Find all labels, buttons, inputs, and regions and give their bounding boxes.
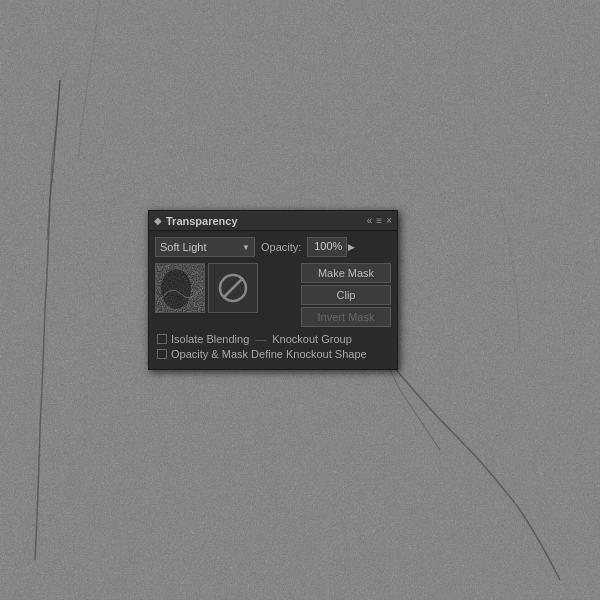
blend-opacity-row: Soft Light ▼ Opacity: 100% ▶ <box>155 237 391 257</box>
svg-point-5 <box>161 269 191 309</box>
opacity-increment-button[interactable]: ▶ <box>348 242 355 252</box>
mask-thumbnail[interactable] <box>208 263 258 313</box>
mask-buttons-container: Make Mask Clip Invert Mask <box>264 263 391 327</box>
panel-body: Soft Light ▼ Opacity: 100% ▶ <box>149 231 397 369</box>
transparency-panel: ◆ Transparency « ≡ × Soft Light ▼ Opacit… <box>148 210 398 370</box>
thumbnails-container <box>155 263 258 313</box>
no-sign-icon <box>217 272 249 304</box>
panel-collapse-button[interactable]: « <box>367 216 373 226</box>
panel-titlebar: ◆ Transparency « ≡ × <box>149 211 397 231</box>
thumbnails-buttons-row: Make Mask Clip Invert Mask <box>155 263 391 327</box>
panel-title-icon: ◆ <box>154 215 162 226</box>
panel-title-controls: « ≡ × <box>367 216 392 226</box>
opacity-mask-row: Opacity & Mask Define Knockout Shape <box>155 348 391 360</box>
opacity-label: Opacity: <box>261 241 301 253</box>
blend-mode-value: Soft Light <box>160 241 206 253</box>
blend-mode-dropdown[interactable]: Soft Light ▼ <box>155 237 255 257</box>
panel-title-text: Transparency <box>166 215 238 227</box>
panel-close-button[interactable]: × <box>386 216 392 226</box>
opacity-mask-define-checkbox[interactable] <box>157 349 167 359</box>
make-mask-button[interactable]: Make Mask <box>301 263 391 283</box>
invert-mask-button[interactable]: Invert Mask <box>301 307 391 327</box>
clip-button[interactable]: Clip <box>301 285 391 305</box>
layer-thumbnail[interactable] <box>155 263 205 313</box>
separator: — <box>255 333 266 345</box>
blend-mode-arrow: ▼ <box>242 243 250 252</box>
panel-menu-button[interactable]: ≡ <box>376 216 382 226</box>
panel-title-left: ◆ Transparency <box>154 215 238 227</box>
layer-thumb-svg <box>156 264 205 313</box>
knockout-group-label: Knockout Group <box>272 333 352 345</box>
svg-line-7 <box>223 278 243 298</box>
isolate-blending-label: Isolate Blending <box>171 333 249 345</box>
opacity-mask-define-label: Opacity & Mask Define Knockout Shape <box>171 348 367 360</box>
opacity-input[interactable]: 100% <box>307 237 347 257</box>
isolate-knockout-row: Isolate Blending — Knockout Group <box>155 333 391 345</box>
isolate-blending-checkbox[interactable] <box>157 334 167 344</box>
